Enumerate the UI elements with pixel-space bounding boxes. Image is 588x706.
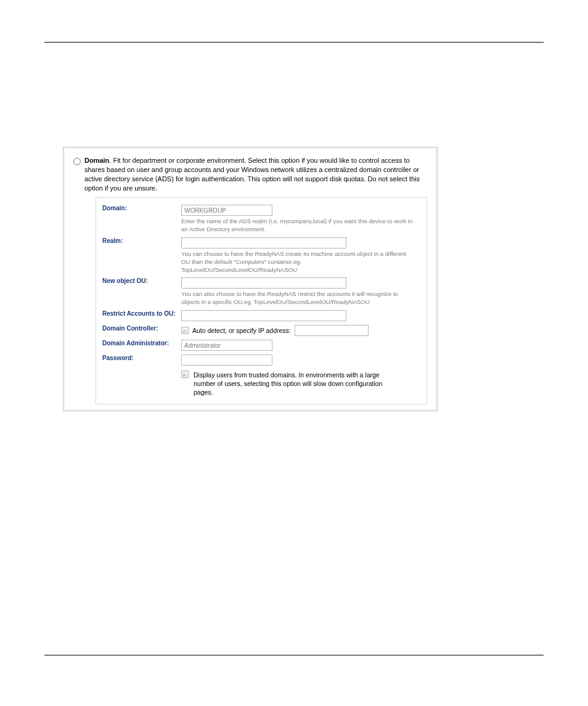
realm-input[interactable] [181, 237, 346, 248]
restrict-ou-input[interactable] [181, 310, 346, 321]
domain-mode-radio[interactable] [73, 158, 81, 165]
domain-hint: Enter the name of the ADS realm (i.e. my… [181, 218, 415, 234]
restrict-ou-label: Restrict Accounts to OU: [102, 308, 181, 323]
domain-security-panel: Domain. Fit for department or corporate … [63, 147, 438, 411]
domain-admin-label: Domain Administrator: [102, 338, 181, 353]
bottom-rule [44, 655, 544, 655]
auto-detect-checkbox[interactable] [181, 327, 189, 334]
password-label: Password: [102, 353, 181, 367]
domain-input[interactable] [181, 205, 272, 216]
password-input[interactable] [181, 355, 272, 366]
realm-label: Realm: [102, 236, 181, 276]
domain-controller-ip-input[interactable] [295, 325, 369, 336]
domain-admin-input[interactable] [181, 340, 272, 351]
new-object-ou-hint: You can also choose to have the ReadyNAS… [181, 290, 415, 306]
new-object-ou-input[interactable] [181, 277, 346, 289]
domain-title: Domain [84, 157, 109, 164]
domain-desc-text: . Fit for department or corporate enviro… [84, 157, 420, 192]
domain-controller-label: Domain Controller: [102, 323, 181, 338]
trusted-domains-text: Display users from trusted domains. In e… [194, 371, 403, 397]
auto-detect-label: Auto detect, or specify IP address: [192, 327, 291, 334]
trusted-domains-checkbox[interactable] [181, 371, 189, 378]
realm-hint: You can choose to have the ReadyNAS crea… [181, 250, 415, 274]
top-rule [44, 42, 544, 43]
new-object-ou-label: New object OU: [102, 276, 181, 308]
domain-form: Domain: Enter the name of the ADS realm … [96, 197, 427, 404]
domain-description: Domain. Fit for department or corporate … [84, 156, 427, 192]
domain-label: Domain: [102, 203, 181, 236]
